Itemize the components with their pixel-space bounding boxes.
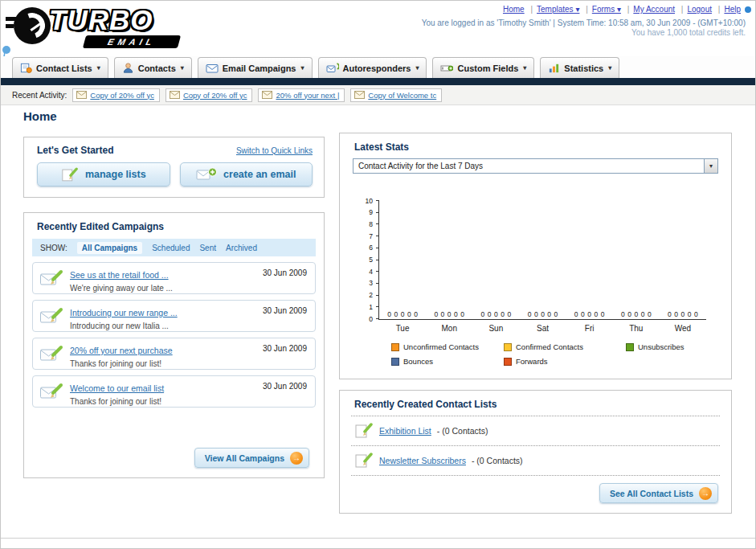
nav-link-home[interactable]: Home — [503, 5, 525, 14]
nav-link-logout[interactable]: Logout — [677, 5, 712, 14]
contact-list-detail: - (0 Contacts) — [437, 426, 488, 436]
campaign-row: 20% off your next purchase Thanks for jo… — [32, 338, 316, 370]
nav-link-forms[interactable]: Forms ▾ — [582, 5, 621, 14]
campaign-row: Introducing our new range ... Introducin… — [32, 300, 316, 332]
tab-custom-fields[interactable]: Custom Fields — [432, 57, 534, 78]
filter-archived[interactable]: Archived — [226, 244, 257, 252]
contact-lists-title: Recently Created Contact Lists — [340, 391, 731, 416]
view-all-campaigns-button[interactable]: View All Campaigns → — [194, 448, 309, 468]
chart-value-labels: 00000 — [426, 310, 472, 318]
chart-group: 00000Sat — [519, 201, 566, 319]
legend-item: Bounces — [391, 357, 504, 366]
filter-sent[interactable]: Sent — [199, 244, 216, 252]
login-info: You are logged in as 'Timothy Smith' | S… — [422, 18, 746, 27]
contact-lists-icon — [20, 62, 32, 74]
tab-contact-lists[interactable]: Contact Lists — [12, 57, 108, 78]
campaign-subtitle: Thanks for joining our list! — [70, 359, 251, 368]
header: TURBO EMAIL Home Templates ▾ Forms ▾ My … — [1, 1, 755, 55]
nav-link-help[interactable]: Help — [714, 5, 741, 14]
x-axis-label: Mon — [426, 324, 472, 333]
chart-value-labels: 00000 — [472, 310, 519, 318]
see-all-contact-lists-button[interactable]: See All Contact Lists → — [599, 483, 718, 503]
chart-group: 00000Thu — [613, 201, 660, 319]
campaigns-filter-bar: SHOW: All Campaigns Scheduled Sent Archi… — [32, 239, 316, 256]
chart-group: 00000Fri — [566, 201, 613, 319]
show-label: SHOW: — [40, 244, 67, 252]
legend-swatch — [504, 358, 512, 366]
stats-period-value: Contact Activity for the Last 7 Days — [358, 162, 483, 170]
tab-label: Contacts — [138, 64, 176, 73]
contact-list-link[interactable]: Newsletter Subscribers — [379, 456, 466, 465]
filter-all-campaigns[interactable]: All Campaigns — [77, 242, 142, 254]
legend-swatch — [391, 358, 399, 366]
contact-list-row: Exhibition List - (0 Contacts) — [340, 416, 731, 445]
credits-info: You have 1,000 total credits left. — [631, 28, 746, 37]
tab-contacts[interactable]: Contacts — [114, 57, 192, 78]
get-started-panel: Let's Get Started Switch to Quick Links … — [23, 137, 325, 198]
recent-activity-item[interactable]: 20% off your next | — [258, 88, 345, 102]
pencil-page-icon — [354, 453, 374, 469]
campaign-date: 30 Jun 2009 — [263, 306, 307, 315]
campaign-link[interactable]: See us at the retail food ... — [70, 270, 169, 280]
tab-autoresponders[interactable]: Autoresponders — [318, 57, 427, 78]
y-tick-label: 1 — [369, 304, 373, 311]
tab-label: Autoresponders — [343, 64, 411, 73]
see-all-contact-lists-label: See All Contact Lists — [610, 489, 693, 498]
main-nav-tabs: Contact Lists Contacts Email Campaigns — [1, 56, 755, 78]
manage-lists-button[interactable]: manage lists — [37, 162, 170, 186]
main-content: Home Let's Get Started Switch to Quick L… — [1, 105, 755, 539]
chart-value-labels: 00000 — [566, 310, 613, 318]
legend-item: Unsubscribes — [626, 342, 738, 351]
recent-activity-bar: Recent Activity: Copy of 20% off yc Copy… — [1, 85, 755, 105]
campaign-subtitle: We're giving away our late ... — [70, 284, 251, 293]
recent-activity-item[interactable]: Copy of 20% off yc — [72, 88, 160, 102]
turbo-email-app: TURBO EMAIL Home Templates ▾ Forms ▾ My … — [0, 0, 756, 549]
logo-title: TURBO — [49, 4, 153, 36]
stats-period-select[interactable]: Contact Activity for the Last 7 Days ▾ — [353, 158, 718, 174]
page-title: Home — [23, 109, 57, 123]
chart-group: 00000Sun — [472, 201, 519, 319]
email-campaigns-icon — [206, 62, 219, 74]
campaign-link[interactable]: Welcome to our email list — [70, 383, 164, 393]
envelope-pencil-icon — [39, 269, 63, 289]
filter-scheduled[interactable]: Scheduled — [152, 244, 190, 252]
pencil-page-icon — [61, 167, 79, 182]
envelope-pencil-icon — [39, 345, 63, 364]
y-tick-label: 0 — [369, 316, 373, 323]
x-axis-label: Sat — [519, 324, 566, 333]
campaign-row: See us at the retail food ... We're givi… — [32, 262, 316, 294]
recent-activity-item[interactable]: Copy of Welcome tc — [350, 88, 442, 102]
x-axis-label: Tue — [379, 324, 426, 333]
campaign-date: 30 Jun 2009 — [263, 382, 307, 391]
y-tick-label: 6 — [369, 245, 373, 252]
legend-swatch — [504, 343, 512, 351]
envelope-pencil-icon — [39, 383, 63, 402]
contacts-icon — [122, 62, 134, 74]
chart-value-labels: 00000 — [613, 310, 660, 318]
manage-lists-label: manage lists — [85, 169, 146, 180]
contact-list-link[interactable]: Exhibition List — [379, 426, 431, 436]
envelope-pencil-icon — [39, 307, 63, 326]
tab-email-campaigns[interactable]: Email Campaigns — [198, 57, 313, 78]
y-tick-label: 4 — [369, 268, 373, 276]
tab-statistics[interactable]: Statistics — [540, 57, 619, 78]
pencil-page-icon — [354, 423, 374, 439]
mail-icon — [170, 91, 180, 99]
x-axis-label: Sun — [472, 324, 519, 333]
create-email-button[interactable]: create an email — [180, 162, 313, 186]
logo-wing-icon — [6, 24, 14, 28]
tab-label: Statistics — [564, 64, 603, 73]
campaign-link[interactable]: 20% off your next purchase — [70, 346, 173, 355]
tab-label: Email Campaigns — [223, 64, 296, 73]
recent-activity-item[interactable]: Copy of 20% off yc — [166, 88, 253, 102]
nav-link-my-account[interactable]: My Account — [623, 5, 675, 14]
chart-value-labels: 00000 — [519, 310, 566, 318]
nav-link-templates[interactable]: Templates ▾ — [526, 5, 579, 14]
campaign-subtitle: Thanks for joining our list! — [70, 397, 251, 406]
chart-group: 00000Wed — [660, 201, 706, 319]
mail-icon — [76, 91, 87, 99]
get-started-title: Let's Get Started — [37, 145, 114, 156]
campaign-link[interactable]: Introducing our new range ... — [70, 308, 178, 318]
contact-list-row: Newsletter Subscribers - (0 Contacts) — [340, 446, 731, 475]
switch-to-quick-links[interactable]: Switch to Quick Links — [236, 146, 313, 155]
